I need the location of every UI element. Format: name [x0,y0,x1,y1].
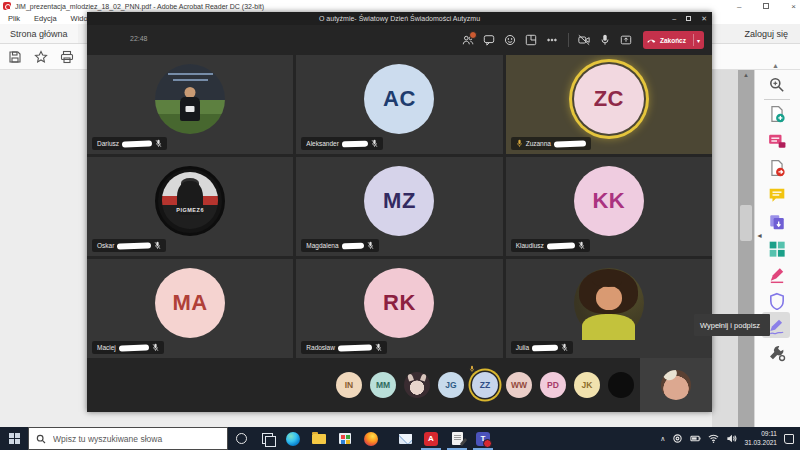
redacted-surname [547,242,575,249]
strip-avatar-dark-camera[interactable] [608,372,634,398]
protect-shield-icon[interactable] [768,292,786,310]
taskbar-search[interactable] [28,427,228,450]
participant-tile-zuzanna[interactable]: ZC Zuzanna [506,55,712,154]
combine-files-icon[interactable] [768,213,786,231]
firefox-button[interactable] [358,427,384,450]
leave-options-chevron-icon[interactable]: ▾ [697,37,700,44]
participant-tile-radoslaw[interactable]: RK Radosław [296,259,502,358]
participant-tile-aleksander[interactable]: AC Aleksander [296,55,502,154]
task-view-button[interactable] [254,427,280,450]
participant-tile-dariusz[interactable]: Dariusz [87,55,293,154]
participant-tile-maciej[interactable]: MA Maciej [87,259,293,358]
print-icon[interactable] [60,50,74,64]
organize-pages-icon[interactable] [768,240,786,258]
adobe-minimize-button[interactable]: – [737,2,741,11]
hidden-icons-chevron[interactable]: ∧ [660,435,665,443]
meeting-title: O autyźmie- Światowy Dzień Świadomości A… [319,15,480,22]
participant-tile-magdalena[interactable]: MZ Magdalena [296,157,502,256]
camera-off-button[interactable] [574,30,595,50]
chat-button[interactable] [479,30,500,50]
task-view-icon [262,433,273,444]
adobe-maximize-button[interactable] [763,3,769,9]
avatar-initials: MZ [364,166,434,236]
edge-button[interactable] [280,427,306,450]
save-icon[interactable] [8,50,22,64]
participant-tile-klaudiusz[interactable]: KK Klaudiusz [506,157,712,256]
microphone-button[interactable] [595,30,616,50]
avatar-emblem-text: PIGMEZ6 [162,207,218,213]
redacted-surname [554,140,586,147]
edit-pdf-icon[interactable] [768,132,786,150]
share-screen-button[interactable] [616,30,637,50]
action-center-icon[interactable] [784,434,794,444]
search-input[interactable] [53,434,213,444]
export-pdf-icon[interactable] [768,159,786,177]
sign-in-button[interactable]: Zaloguj się [744,24,788,44]
strip-avatar-ww[interactable]: WW [506,372,532,398]
sign-pen-icon[interactable] [768,266,786,284]
more-actions-button[interactable] [542,30,563,50]
strip-avatar-character-image[interactable] [404,372,430,398]
notes-icon [452,432,463,445]
reactions-button[interactable] [500,30,521,50]
breakout-rooms-button[interactable] [521,30,542,50]
participant-name-label: Klaudiusz [511,239,590,252]
scrollbar-thumb[interactable] [740,205,752,241]
strip-avatar-in[interactable]: IN [336,372,362,398]
cortana-button[interactable] [228,427,254,450]
own-video-tile[interactable] [640,358,712,412]
comment-icon[interactable] [768,186,786,204]
mic-muted-icon [152,343,159,352]
fill-and-sign-icon[interactable] [768,318,786,336]
more-tools-icon[interactable] [768,344,786,362]
search-tools-icon[interactable] [768,76,786,94]
teams-close-button[interactable]: ✕ [701,15,707,23]
teams-button[interactable]: T [470,427,496,450]
battery-icon[interactable] [690,433,701,444]
create-pdf-icon[interactable] [768,105,786,123]
file-explorer-button[interactable] [306,427,332,450]
strip-avatar-jk[interactable]: JK [574,372,600,398]
strip-avatar-jg[interactable]: JG [438,372,464,398]
strip-avatar-zz-speaking[interactable]: ZZ [472,372,498,398]
participants-button[interactable] [458,30,479,50]
redacted-surname [119,344,149,351]
redacted-surname [117,242,151,249]
adobe-window-title: JiM_prezentacja_mlodziez_18_02_PNN.pdf -… [15,3,264,10]
teams-maximize-button[interactable] [686,16,691,21]
strip-avatar-mm[interactable]: MM [370,372,396,398]
star-icon[interactable] [34,50,48,64]
folder-icon [312,434,326,444]
mail-button[interactable] [392,427,418,450]
notes-app-button[interactable] [444,427,470,450]
vertical-scrollbar[interactable]: ▲ [738,70,754,427]
hangup-icon [647,36,656,45]
acrobat-button[interactable]: A [418,427,444,450]
teams-minimize-button[interactable]: – [672,15,676,22]
avatar-initials: AC [364,64,434,134]
firefox-icon [364,432,378,446]
store-button[interactable] [332,427,358,450]
avatar-initials: RK [364,268,434,338]
windows-taskbar: A T ∧ 09:11 31.03.2021 [0,427,800,450]
onedrive-icon[interactable] [672,433,683,444]
leave-meeting-button[interactable]: Zakończ ▾ [643,31,704,49]
avatar-photo-soldier: PIGMEZ6 [155,166,225,236]
strip-avatar-pd[interactable]: PD [540,372,566,398]
scroll-up-arrow-icon[interactable]: ▲ [738,72,754,78]
acrobat-icon: A [424,432,438,446]
video-grid: Dariusz AC Aleksander ZC Zuzanna [87,55,712,358]
wifi-icon[interactable] [708,433,719,444]
menu-plik[interactable]: Plik [8,14,20,23]
teams-meeting-window: O autyźmie- Światowy Dzień Świadomości A… [87,12,712,412]
participant-tile-oskar[interactable]: PIGMEZ6 Oskar [87,157,293,256]
participant-tile-julia[interactable]: Julia [506,259,712,358]
menu-edycja[interactable]: Edycja [34,14,57,23]
adobe-close-button[interactable]: × [791,2,796,11]
volume-icon[interactable] [726,433,737,444]
tab-strona-glowna[interactable]: Strona główna [0,24,78,43]
taskbar-clock[interactable]: 09:11 31.03.2021 [744,430,777,448]
start-button[interactable] [0,427,28,450]
panel-caret-icon[interactable]: ▲ [772,62,779,69]
panel-collapse-arrow-icon[interactable]: ◄ [756,232,763,239]
